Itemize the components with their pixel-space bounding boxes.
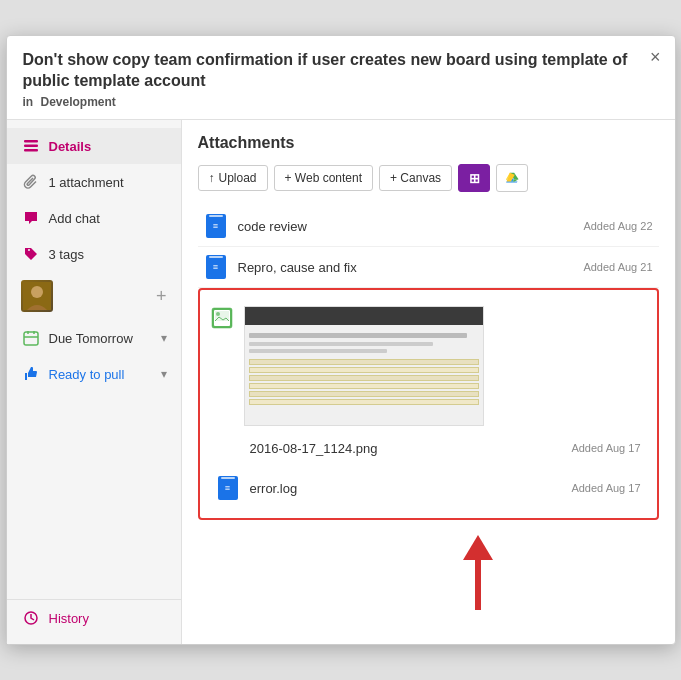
- spacer-icon: [216, 436, 240, 460]
- due-tomorrow-chevron-icon[interactable]: ▾: [161, 331, 167, 345]
- modal-header: Don't show copy team confirmation if use…: [7, 36, 675, 121]
- attachment-date-image: Added Aug 17: [571, 442, 640, 454]
- modal-title: Don't show copy team confirmation if use…: [23, 50, 635, 92]
- svg-rect-2: [24, 149, 38, 152]
- sidebar-item-tags[interactable]: 3 tags: [7, 236, 181, 272]
- attachment-name-repro: Repro, cause and fix: [238, 260, 584, 275]
- thumbs-up-icon: [21, 364, 41, 384]
- attachments-toolbar: ↑ Upload + Web content + Canvas ⊞: [198, 164, 659, 192]
- attachment-name-error-log: error.log: [250, 481, 572, 496]
- chat-icon: [21, 208, 41, 228]
- avatar-image: [21, 280, 53, 312]
- subtitle-prefix: in: [23, 95, 34, 109]
- svg-rect-0: [24, 140, 38, 143]
- image-icon: [210, 306, 234, 330]
- sidebar-item-avatar[interactable]: +: [7, 272, 181, 320]
- avatar: [21, 280, 53, 312]
- attachment-highlighted-section: 2016-08-17_1124.png Added Aug 17 ≡ error…: [198, 288, 659, 520]
- attachments-title: Attachments: [198, 134, 659, 152]
- attachment-image-name-row[interactable]: 2016-08-17_1124.png Added Aug 17: [210, 432, 647, 468]
- attachment-date-error-log: Added Aug 17: [571, 482, 640, 494]
- sidebar-ready-label: Ready to pull: [49, 367, 161, 382]
- menu-icon: [21, 136, 41, 156]
- sidebar: Details 1 attachment Add chat: [7, 120, 182, 644]
- calendar-icon: [21, 328, 41, 348]
- sidebar-item-details[interactable]: Details: [7, 128, 181, 164]
- red-arrow-container: [198, 520, 659, 630]
- attachment-date-repro: Added Aug 21: [583, 261, 652, 273]
- sidebar-item-ready-to-pull[interactable]: Ready to pull ▾: [7, 356, 181, 392]
- upload-button[interactable]: ↑ Upload: [198, 165, 268, 191]
- web-content-label: + Web content: [285, 171, 363, 185]
- svg-rect-5: [24, 332, 38, 345]
- canvas-label: + Canvas: [390, 171, 441, 185]
- attachment-date-code-review: Added Aug 22: [583, 220, 652, 232]
- web-content-button[interactable]: + Web content: [274, 165, 374, 191]
- attachment-list: ≡ code review Added Aug 22 ≡ Repro, caus…: [198, 206, 659, 520]
- canvas-icon-button[interactable]: ⊞: [458, 164, 490, 192]
- modal-container: Don't show copy team confirmation if use…: [6, 35, 676, 646]
- drive-icon: [505, 169, 519, 187]
- svg-point-13: [216, 312, 220, 316]
- sidebar-item-attachment[interactable]: 1 attachment: [7, 164, 181, 200]
- sidebar-due-tomorrow-label: Due Tomorrow: [49, 331, 161, 346]
- sidebar-spacer: [7, 392, 181, 599]
- modal-subtitle: in Development: [23, 95, 635, 109]
- main-content: Attachments ↑ Upload + Web content + Can…: [182, 120, 675, 644]
- sidebar-item-tags-label: 3 tags: [49, 247, 167, 262]
- attachment-item-error-log[interactable]: ≡ error.log Added Aug 17: [210, 468, 647, 508]
- sidebar-item-due-tomorrow[interactable]: Due Tomorrow ▾: [7, 320, 181, 356]
- tag-icon: [21, 244, 41, 264]
- sidebar-item-chat-label: Add chat: [49, 211, 167, 226]
- close-button[interactable]: ×: [650, 48, 661, 66]
- doc-icon-error-log: ≡: [216, 476, 240, 500]
- paperclip-icon: [21, 172, 41, 192]
- attachment-item-code-review[interactable]: ≡ code review Added Aug 22: [198, 206, 659, 247]
- red-arrow-svg: [458, 530, 518, 620]
- svg-point-4: [31, 286, 43, 298]
- doc-icon-repro: ≡: [204, 255, 228, 279]
- add-member-icon[interactable]: +: [156, 286, 167, 307]
- drive-button[interactable]: [496, 164, 528, 192]
- sidebar-item-details-label: Details: [49, 139, 167, 154]
- attachment-name-image: 2016-08-17_1124.png: [250, 441, 572, 456]
- sidebar-item-history[interactable]: History: [7, 599, 181, 636]
- canvas-logo-icon: ⊞: [469, 171, 480, 186]
- canvas-button[interactable]: + Canvas: [379, 165, 452, 191]
- attachment-item-repro[interactable]: ≡ Repro, cause and fix Added Aug 21: [198, 247, 659, 288]
- modal-body: Details 1 attachment Add chat: [7, 120, 675, 644]
- subtitle-project: Development: [41, 95, 116, 109]
- upload-arrow-icon: ↑: [209, 171, 215, 185]
- attachment-name-code-review: code review: [238, 219, 584, 234]
- svg-marker-15: [463, 535, 493, 560]
- history-icon: [21, 608, 41, 628]
- upload-label: Upload: [219, 171, 257, 185]
- sidebar-item-add-chat[interactable]: Add chat: [7, 200, 181, 236]
- doc-icon-code-review: ≡: [204, 214, 228, 238]
- sidebar-history-label: History: [49, 611, 167, 626]
- sidebar-item-attachment-label: 1 attachment: [49, 175, 167, 190]
- attachment-item-image[interactable]: [210, 300, 647, 432]
- svg-rect-1: [24, 145, 38, 148]
- image-preview: [244, 306, 484, 426]
- ready-to-pull-chevron-icon[interactable]: ▾: [161, 367, 167, 381]
